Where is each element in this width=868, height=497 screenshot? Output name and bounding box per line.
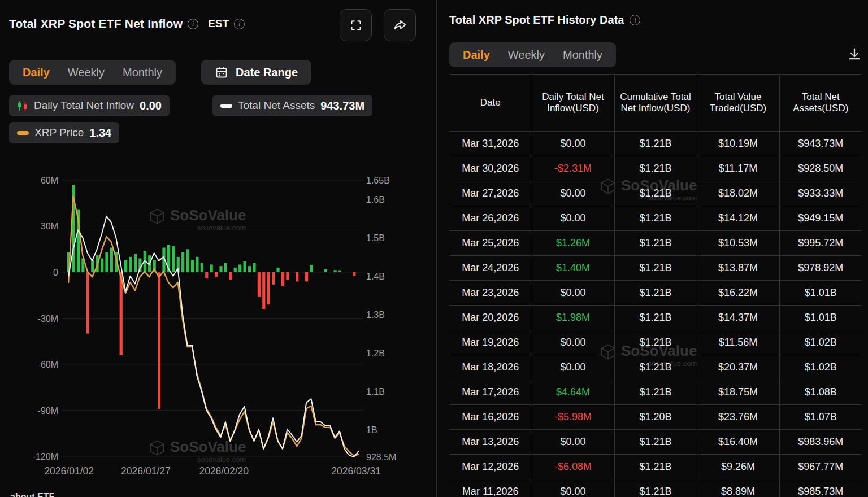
tab-monthly[interactable]: Monthly: [554, 49, 611, 62]
date-cell: Mar 25,2026: [449, 231, 532, 256]
column-header: Date: [449, 75, 532, 132]
value-cell: $0.00: [532, 181, 614, 206]
value-cell: $8.89M: [697, 479, 779, 497]
legend-daily-net-inflow[interactable]: Daily Total Net Inflow 0.00: [9, 95, 170, 116]
date-cell: Mar 16,2026: [449, 405, 532, 430]
value-cell: $0.00: [532, 355, 614, 380]
value-cell: $0.00: [532, 132, 614, 156]
value-cell: $18.75M: [697, 380, 779, 405]
table-row: Mar 17,2026$4.64M$1.21B$18.75M$1.08B: [449, 380, 862, 405]
svg-text:1.6B: 1.6B: [366, 195, 385, 204]
date-cell: Mar 23,2026: [449, 281, 532, 306]
calendar-icon: [215, 66, 228, 79]
column-header: Daily Total Net Inflow(USD): [532, 75, 614, 132]
value-cell: $1.21B: [614, 132, 697, 156]
value-cell: $0.00: [532, 430, 614, 455]
value-cell: $1.07B: [779, 405, 862, 430]
value-cell: $1.21B: [614, 181, 697, 206]
value-cell: $1.21B: [614, 355, 697, 380]
legend-value: 0.00: [140, 99, 162, 112]
svg-text:-30M: -30M: [38, 314, 58, 324]
table-row: Mar 13,2026$0.00$1.21B$16.40M$983.96M: [449, 430, 862, 455]
legend-total-net-assets[interactable]: Total Net Assets 943.73M: [212, 95, 372, 116]
table-row: Mar 26,2026$0.00$1.21B$14.12M$949.15M: [449, 206, 862, 231]
tab-weekly[interactable]: Weekly: [499, 49, 554, 62]
column-header: Total Value Traded(USD): [697, 75, 779, 132]
value-cell: -$2.31M: [532, 156, 614, 181]
date-cell: Mar 11,2026: [449, 479, 532, 497]
legend-value: 943.73M: [320, 99, 364, 112]
tab-daily[interactable]: Daily: [14, 66, 59, 79]
tab-monthly[interactable]: Monthly: [114, 66, 171, 79]
value-cell: $16.22M: [697, 281, 779, 306]
value-cell: $1.02B: [779, 355, 862, 380]
value-cell: $9.26M: [697, 455, 779, 479]
value-cell: $1.21B: [614, 380, 697, 405]
column-header: Cumulative Total Net Inflow(USD): [614, 75, 697, 132]
value-cell: $967.77M: [779, 455, 862, 479]
value-cell: $23.76M: [697, 405, 779, 430]
svg-text:2026/01/02: 2026/01/02: [44, 465, 94, 477]
table-row: Mar 16,2026-$5.98M$1.20B$23.76M$1.07B: [449, 405, 862, 430]
fullscreen-button[interactable]: [340, 9, 372, 41]
value-cell: $20.37M: [697, 355, 779, 380]
value-cell: $978.92M: [779, 256, 862, 281]
download-button[interactable]: [847, 46, 862, 64]
value-cell: $943.73M: [779, 132, 862, 156]
svg-text:2026/01/27: 2026/01/27: [121, 465, 171, 477]
svg-text:-60M: -60M: [38, 360, 58, 369]
date-cell: Mar 19,2026: [449, 330, 532, 355]
legend-xrp-price[interactable]: XRP Price 1.34: [9, 122, 119, 143]
netinflow-chart[interactable]: 60M30M0-30M-60M-90M-120M1.65B1.6B1.5B1.4…: [0, 169, 436, 486]
value-cell: $1.21B: [614, 231, 697, 256]
svg-text:1B: 1B: [366, 425, 377, 435]
value-cell: $13.87M: [697, 256, 779, 281]
svg-text:1.5B: 1.5B: [366, 233, 385, 243]
table-body: Mar 31,2026$0.00$1.21B$10.19M$943.73MMar…: [449, 132, 862, 497]
value-cell: $1.21B: [614, 479, 697, 497]
svg-text:2026/02/20: 2026/02/20: [199, 465, 249, 477]
table-row: Mar 20,2026$1.98M$1.21B$14.37M$1.01B: [449, 306, 862, 330]
timezone-label: EST: [208, 18, 229, 30]
white-dash-icon: [220, 104, 232, 108]
table-title-row: Total XRP Spot ETF History Data: [449, 14, 640, 27]
share-button[interactable]: [384, 9, 416, 41]
table-row: Mar 19,2026$0.00$1.21B$11.56M$1.02B: [449, 330, 862, 355]
chart-panel: Total XRP Spot ETF Net Inflow EST Daily …: [0, 0, 436, 497]
value-cell: $995.72M: [779, 231, 862, 256]
history-data-panel: Total XRP Spot ETF History Data Daily We…: [437, 0, 868, 497]
date-range-button[interactable]: Date Range: [201, 60, 311, 85]
value-cell: $0.00: [532, 479, 614, 497]
info-icon[interactable]: [234, 19, 245, 29]
value-cell: $14.37M: [697, 306, 779, 330]
table-row: Mar 31,2026$0.00$1.21B$10.19M$943.73M: [449, 132, 862, 156]
chart-title-row: Total XRP Spot ETF Net Inflow EST: [9, 17, 245, 30]
info-icon[interactable]: [630, 15, 640, 25]
chart-period-tabs: Daily Weekly Monthly: [9, 60, 176, 85]
value-cell: $11.17M: [697, 156, 779, 181]
value-cell: -$6.08M: [532, 455, 614, 479]
candles-icon: [17, 101, 28, 111]
svg-text:-120M: -120M: [33, 452, 58, 461]
value-cell: $985.73M: [779, 479, 862, 497]
value-cell: $1.21B: [614, 281, 697, 306]
legend-value: 1.34: [89, 127, 111, 139]
date-cell: Mar 17,2026: [449, 380, 532, 405]
tab-weekly[interactable]: Weekly: [59, 66, 114, 79]
value-cell: $0.00: [532, 281, 614, 306]
table-period-tabs: Daily Weekly Monthly: [449, 42, 616, 67]
table-row: Mar 11,2026$0.00$1.21B$8.89M$985.73M: [449, 479, 862, 497]
value-cell: $983.96M: [779, 430, 862, 455]
table-row: Mar 24,2026$1.40M$1.21B$13.87M$978.92M: [449, 256, 862, 281]
value-cell: $18.02M: [697, 181, 779, 206]
table-title: Total XRP Spot ETF History Data: [449, 14, 624, 27]
table-row: Mar 18,2026$0.00$1.21B$20.37M$1.02B: [449, 355, 862, 380]
date-cell: Mar 20,2026: [449, 306, 532, 330]
value-cell: $1.21B: [614, 156, 697, 181]
svg-text:30M: 30M: [41, 221, 58, 231]
info-icon[interactable]: [188, 19, 198, 29]
value-cell: $1.21B: [614, 455, 697, 479]
tab-daily[interactable]: Daily: [454, 49, 499, 62]
value-cell: $1.40M: [532, 256, 614, 281]
table-row: Mar 23,2026$0.00$1.21B$16.22M$1.01B: [449, 281, 862, 306]
